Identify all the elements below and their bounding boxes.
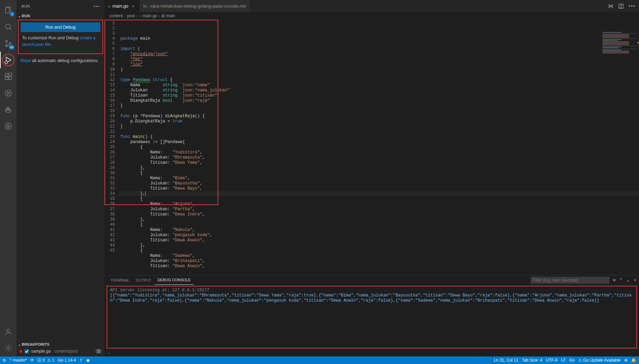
highlight-circle xyxy=(2,54,14,66)
panel-filter-input[interactable] xyxy=(530,276,610,284)
more-icon[interactable]: ••• xyxy=(93,4,100,8)
source-control-icon[interactable]: 84 xyxy=(0,35,17,52)
encoding[interactable]: UTF-8 xyxy=(546,358,558,363)
svg-rect-8 xyxy=(9,73,12,76)
tab-output[interactable]: OUTPUT xyxy=(133,275,154,285)
word-wrap-icon[interactable]: ≡ xyxy=(613,277,616,283)
maximize-icon[interactable]: ⌄ xyxy=(626,277,630,283)
code-content[interactable]: package main import ( "encoding/json" "f… xyxy=(119,20,639,275)
more-icon[interactable]: ••• xyxy=(629,3,636,9)
tab-size[interactable]: Tab Size: 4 xyxy=(522,358,542,363)
notifications-icon[interactable]: 🔔 xyxy=(631,358,636,363)
branch-label: master* xyxy=(13,358,27,363)
warning-icon: ⚠ xyxy=(578,358,582,363)
breakpoints-section-header[interactable]: ⌄ BREAKPOINTS xyxy=(17,341,104,348)
go-version[interactable]: Go 1.14.4 xyxy=(58,358,76,363)
tab-terminal[interactable]: TERMINAL xyxy=(107,275,133,285)
activity-bar: 1 84 xyxy=(0,0,17,356)
run-and-debug-button[interactable]: Run and Debug xyxy=(21,22,100,32)
svg-point-15 xyxy=(7,329,10,332)
svg-rect-11 xyxy=(7,109,9,110)
breadcrumb-item[interactable]: content xyxy=(109,13,123,18)
eol[interactable]: LF xyxy=(561,358,566,363)
chevron-down-icon: ⌄ xyxy=(18,342,21,347)
remote-indicator[interactable]: ⧉ xyxy=(3,358,6,363)
editor-body[interactable]: 1234567891011121314151617181920212223242… xyxy=(104,20,639,275)
language-mode[interactable]: Go xyxy=(569,358,575,363)
sync-icon[interactable]: ⟳ xyxy=(30,358,34,363)
tab-debug-console[interactable]: DEBUG CONSOLE xyxy=(154,275,194,285)
settings-gear-icon[interactable] xyxy=(0,340,17,356)
show-link[interactable]: Show xyxy=(20,58,31,63)
tab-label: cara-melakukan-debug-golang-pada-vscode.… xyxy=(150,3,246,9)
split-editor-icon[interactable] xyxy=(618,3,624,9)
compare-icon[interactable] xyxy=(608,3,613,9)
scm-badge: 84 xyxy=(9,45,14,50)
extensions-icon[interactable] xyxy=(0,68,17,85)
breakpoint-checkbox[interactable] xyxy=(24,349,29,354)
minimap[interactable] xyxy=(601,32,639,87)
error-count: 0 xyxy=(42,358,45,363)
go-update[interactable]: ⚠ Go Update Available xyxy=(578,358,621,363)
debug-input-chevron[interactable]: › xyxy=(104,350,639,356)
svg-point-1 xyxy=(6,40,8,42)
run-debug-icon[interactable] xyxy=(0,52,17,68)
spotify-icon[interactable] xyxy=(0,118,17,134)
svg-rect-5 xyxy=(5,73,8,76)
svg-rect-13 xyxy=(7,107,9,109)
customize-text: To customize Run and Debug create a laun… xyxy=(21,32,100,49)
breakpoint-dot-icon xyxy=(19,350,22,353)
svg-point-3 xyxy=(9,43,11,44)
show-post: all automatic debug configurations. xyxy=(31,58,99,63)
svg-rect-12 xyxy=(9,109,10,110)
sidebar: RUN ••• ⌄ RUN Run and Debug To customize… xyxy=(17,0,104,356)
problems-indicator[interactable]: ⓧ0 ⚠1 xyxy=(37,357,54,363)
tab-main-go[interactable]: ⟐ main.go × xyxy=(104,0,140,12)
breadcrumb-item[interactable]: post xyxy=(127,13,135,18)
explorer-icon[interactable]: 1 xyxy=(0,2,17,19)
svg-point-2 xyxy=(6,45,8,47)
debug-console-output[interactable]: API server listening at: 127.0.0.1:19177… xyxy=(107,286,637,348)
cursor-position[interactable]: Ln 31, Col 11 xyxy=(494,358,518,363)
close-icon[interactable]: × xyxy=(130,3,136,9)
svg-point-9 xyxy=(5,90,11,96)
sidebar-title: RUN ••• xyxy=(17,0,104,12)
svg-rect-6 xyxy=(5,77,8,80)
warning-count: 1 xyxy=(52,358,54,363)
breadcrumb[interactable]: content› post› ⟐ main.go› ⊞ main xyxy=(104,12,639,20)
explorer-badge: 1 xyxy=(10,12,14,17)
svg-point-0 xyxy=(6,24,10,29)
debug-server-line: API server listening at: 127.0.0.1:19177 xyxy=(110,288,633,293)
highlight-box-run: Run and Debug To customize Run and Debug… xyxy=(18,20,103,54)
collapse-icon[interactable]: ⌃ xyxy=(619,277,623,283)
run-section-header[interactable]: ⌄ RUN xyxy=(17,12,104,20)
svg-point-16 xyxy=(7,347,9,349)
account-icon[interactable] xyxy=(0,323,17,340)
search-icon[interactable] xyxy=(0,19,17,35)
live-share-icon[interactable]: ⇪ xyxy=(79,358,83,363)
breakpoint-count-badge: 2 xyxy=(96,349,102,354)
editor-area: ⟐ main.go × M↓ cara-melakukan-debug-gola… xyxy=(104,0,639,356)
tab-markdown[interactable]: M↓ cara-melakukan-debug-golang-pada-vsco… xyxy=(140,0,249,12)
docker-icon[interactable] xyxy=(0,101,17,118)
status-bar: ⧉ ᛘ master* ⟳ ⓧ0 ⚠1 Go 1.14.4 ⇪ ◉ Ln 31,… xyxy=(0,356,639,364)
breakpoint-item[interactable]: sample.go content/post 2 xyxy=(17,348,104,354)
run-section-label: RUN xyxy=(22,14,30,18)
breadcrumb-item[interactable]: main xyxy=(166,13,175,18)
feedback-icon[interactable]: ⊕ xyxy=(624,358,628,363)
chevron-down-icon: ⌄ xyxy=(18,14,21,18)
broadcast-icon[interactable]: ◉ xyxy=(86,358,90,363)
bottom-panel: TERMINAL OUTPUT DEBUG CONSOLE ≡ ⌃ ⌄ × AP… xyxy=(104,275,639,356)
git-branch[interactable]: ᛘ master* xyxy=(9,358,27,363)
sidebar-title-label: RUN xyxy=(21,4,30,8)
show-configs-text: Show all automatic debug configurations. xyxy=(17,54,104,68)
close-panel-icon[interactable]: × xyxy=(633,277,636,283)
tabs-row: ⟐ main.go × M↓ cara-melakukan-debug-gola… xyxy=(104,0,639,12)
svg-rect-10 xyxy=(6,109,7,110)
markdown-file-icon: M↓ xyxy=(143,4,148,8)
debug-output-line: [{"nama":"Yudistira","nama_julukan":"Dhr… xyxy=(110,293,633,303)
breadcrumb-item[interactable]: main.go xyxy=(142,13,157,18)
go-update-label: Go Update Available xyxy=(583,358,621,363)
test-icon[interactable] xyxy=(0,85,17,101)
breakpoint-file: sample.go xyxy=(31,349,51,354)
